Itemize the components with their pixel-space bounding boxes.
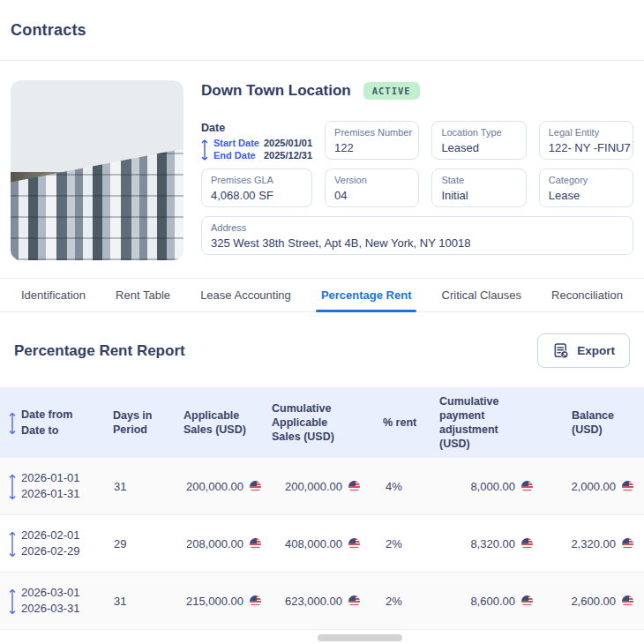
start-date-value: 2025/01/01 [264, 137, 312, 149]
cumulative-sales-cell: 408,000.00 [268, 537, 372, 550]
cumulative-sales-cell: 200,000.00 [268, 480, 372, 493]
amount: 200,000.00 [285, 480, 342, 493]
amount: 8,600.00 [470, 595, 515, 608]
amount: 623,000.00 [285, 595, 342, 608]
field-address: Address 325 West 38th Street, Apt 4B, Ne… [201, 216, 633, 255]
date-to: 2026-03-31 [21, 601, 80, 617]
export-button-label: Export [577, 344, 615, 357]
property-photo [11, 80, 183, 260]
applicable-sales-cell: 215,000.00 [169, 595, 268, 608]
balance-cell: 2,600.00 [549, 595, 644, 608]
column-header-cumulative-payment: Cumulative payment adjustment (USD) [427, 387, 549, 458]
table-header-row: Date from Date to Days in Period Applica… [0, 387, 644, 458]
amount: 215,000.00 [186, 595, 243, 608]
days-cell: 31 [99, 480, 169, 493]
cumulative-payment-cell: 8,600.00 [427, 595, 549, 608]
field-value: Initial [441, 188, 516, 204]
days-cell: 29 [99, 537, 169, 550]
column-header-percent-rent: % rent [372, 408, 427, 437]
field-legal-entity: Legal Entity 122- NY -FINU7 [539, 121, 633, 160]
field-label: Address [211, 221, 624, 235]
tab-reconciliation[interactable]: Reconciliation [551, 279, 623, 311]
applicable-sales-cell: 208,000.00 [169, 537, 268, 550]
days-cell: 31 [99, 595, 169, 608]
field-value: 122- NY -FINU7 [549, 140, 624, 156]
date-range-cell: 2026-02-01 2026-02-29 [0, 528, 99, 559]
date-from: 2026-02-01 [21, 528, 80, 543]
tab-bar: Identification Rent Table Lease Accounti… [0, 278, 644, 312]
end-date-value: 2025/12/31 [264, 149, 312, 161]
tab-percentage-rent[interactable]: Percentage Rent [321, 279, 412, 311]
column-header-applicable-sales: Applicable Sales (USD) [169, 401, 268, 444]
field-value: 122 [334, 140, 409, 156]
column-header-date: Date from Date to [0, 400, 99, 446]
status-badge: ACTIVE [363, 82, 420, 100]
balance-cell: 2,320.00 [549, 537, 644, 550]
percentage-rent-table: Date from Date to Days in Period Applica… [0, 387, 644, 630]
cumulative-payment-cell: 8,320.00 [427, 537, 549, 550]
table-row: 2026-02-01 2026-02-29 29 208,000.00 408,… [0, 515, 644, 573]
percent-rent-cell: 2% [372, 595, 427, 608]
column-header-cumulative-sales: Cumulative Applicable Sales (USD) [268, 394, 372, 451]
column-label: Date from [21, 407, 72, 423]
date-range-icon [201, 139, 208, 161]
applicable-sales-cell: 200,000.00 [169, 480, 268, 493]
us-flag-icon [250, 481, 261, 492]
page-header: Contracts [0, 0, 644, 61]
tab-critical-clauses[interactable]: Critical Clauses [442, 279, 521, 311]
date-to: 2026-01-31 [21, 486, 80, 502]
field-value: 4,068.00 SF [211, 188, 303, 204]
end-date-label: End Date [213, 149, 264, 161]
amount: 8,320.00 [470, 537, 515, 550]
sort-icon[interactable] [9, 411, 16, 436]
percent-rent-cell: 4% [372, 480, 427, 493]
field-label: Version [334, 174, 409, 187]
us-flag-icon [348, 538, 360, 550]
table-row: 2026-01-01 2026-01-31 31 200,000.00 200,… [0, 458, 644, 515]
amount: 2,320.00 [571, 537, 616, 550]
date-from: 2026-01-01 [21, 470, 80, 486]
us-flag-icon [250, 595, 261, 607]
field-value: Leased [441, 140, 516, 156]
date-field-label: Date [201, 122, 312, 134]
page-title: Contracts [11, 21, 86, 40]
us-flag-icon [622, 538, 633, 550]
tab-rent-table[interactable]: Rent Table [116, 279, 170, 311]
field-location-type: Location Type Leased [431, 121, 526, 160]
field-state: State Initial [431, 168, 526, 207]
date-to: 2026-02-29 [21, 543, 80, 559]
us-flag-icon [250, 538, 261, 550]
us-flag-icon [622, 481, 633, 492]
us-flag-icon [521, 481, 533, 492]
tab-identification[interactable]: Identification [21, 279, 86, 311]
date-range-cell: 2026-03-01 2026-03-31 [0, 585, 99, 617]
date-from: 2026-03-01 [21, 585, 80, 601]
us-flag-icon [622, 595, 633, 607]
date-range-icon [9, 530, 16, 558]
field-value: Lease [549, 188, 624, 204]
export-button[interactable]: Export [537, 333, 630, 368]
cumulative-payment-cell: 8,000.00 [427, 480, 549, 493]
contract-name: Down Town Location [201, 82, 351, 100]
report-header: Percentage Rent Report Export [0, 312, 644, 387]
us-flag-icon [348, 595, 360, 607]
amount: 208,000.00 [186, 537, 243, 550]
field-premises-number: Premises Number 122 [325, 121, 419, 160]
tab-lease-accounting[interactable]: Lease Accounting [200, 279, 291, 311]
start-date-label: Start Date [213, 137, 264, 149]
amount: 2,600.00 [571, 595, 616, 608]
us-flag-icon [521, 595, 533, 607]
us-flag-icon [348, 481, 360, 492]
field-value: 04 [334, 188, 409, 204]
field-version: Version 04 [325, 168, 419, 207]
field-label: Premises Number [334, 126, 409, 139]
amount: 8,000.00 [470, 480, 515, 493]
table-row: 2026-03-01 2026-03-31 31 215,000.00 623,… [0, 573, 644, 630]
horizontal-scrollbar[interactable] [318, 634, 402, 641]
contract-summary: Down Town Location ACTIVE Date Start Dat… [0, 61, 644, 278]
balance-cell: 2,000.00 [549, 480, 644, 493]
column-label: Date to [21, 423, 72, 438]
cumulative-sales-cell: 623,000.00 [268, 595, 372, 608]
field-label: Category [549, 174, 624, 187]
field-label: Premises GLA [211, 174, 303, 187]
